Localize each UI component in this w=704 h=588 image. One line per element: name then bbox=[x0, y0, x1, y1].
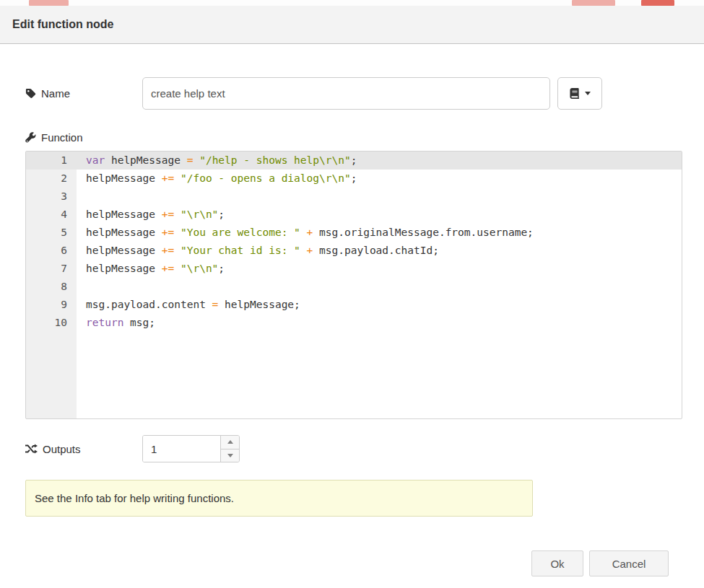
arrow-up-icon bbox=[227, 440, 233, 444]
code-text bbox=[77, 278, 86, 296]
dialog-title: Edit function node bbox=[12, 18, 113, 31]
name-label: Name bbox=[41, 87, 70, 100]
plain-token: msg; bbox=[123, 317, 155, 328]
plain-token bbox=[174, 263, 181, 274]
background-node-fragment bbox=[29, 0, 69, 6]
code-line[interactable]: 7helpMessage += "\r\n"; bbox=[26, 260, 682, 278]
string-token: "Your chat id is: " bbox=[181, 245, 300, 256]
spinner-up-button[interactable] bbox=[221, 436, 239, 449]
line-number: 3 bbox=[26, 188, 77, 206]
keyword-token: var bbox=[86, 154, 105, 166]
plain-token: ; bbox=[351, 172, 357, 184]
code-text: var helpMessage = "/help - shows help\r\… bbox=[77, 152, 357, 170]
edit-function-node-dialog: Edit function node Name Fu bbox=[0, 6, 704, 588]
plain-token: helpMessage; bbox=[218, 299, 300, 310]
line-number: 4 bbox=[26, 206, 77, 224]
outputs-label: Outputs bbox=[43, 443, 81, 455]
plain-token: ; bbox=[218, 263, 225, 274]
line-number: 5 bbox=[26, 224, 77, 242]
spinner-down-button[interactable] bbox=[221, 449, 239, 462]
code-line[interactable]: 8 bbox=[26, 278, 682, 296]
string-token: "\r\n" bbox=[181, 263, 218, 274]
plain-token bbox=[300, 227, 307, 238]
code-line[interactable]: 5helpMessage += "You are welcome: " + ms… bbox=[26, 224, 682, 242]
code-line[interactable]: 3 bbox=[26, 188, 682, 206]
tag-icon bbox=[25, 88, 36, 99]
line-number: 2 bbox=[26, 170, 77, 188]
keyword-token: return bbox=[86, 317, 123, 328]
library-button[interactable] bbox=[557, 77, 602, 110]
wrench-icon bbox=[25, 132, 36, 143]
line-number: 6 bbox=[26, 242, 77, 260]
ok-button[interactable]: Ok bbox=[531, 550, 583, 576]
info-tip-text: See the Info tab for help writing functi… bbox=[35, 492, 234, 504]
background-node-fragment bbox=[572, 0, 615, 6]
operator-token: += bbox=[162, 209, 174, 220]
line-number: 10 bbox=[26, 314, 77, 332]
outputs-input[interactable] bbox=[143, 436, 220, 462]
plain-token bbox=[174, 172, 181, 184]
code-text: helpMessage += "Your chat id is: " + msg… bbox=[77, 242, 439, 260]
string-token: "/help - shows help\r\n" bbox=[199, 154, 351, 166]
string-token: "/foo - opens a dialog\r\n" bbox=[181, 172, 351, 184]
info-tip: See the Info tab for help writing functi… bbox=[25, 480, 533, 517]
operator-token: += bbox=[162, 263, 174, 274]
code-line[interactable]: 9msg.payload.content = helpMessage; bbox=[26, 296, 682, 314]
dialog-body: Name Function 1var helpMessage = "/help … bbox=[0, 44, 704, 576]
outputs-row: Outputs bbox=[25, 435, 682, 462]
plain-token: helpMessage bbox=[86, 245, 162, 256]
shuffle-icon bbox=[25, 444, 38, 454]
outputs-spinner bbox=[142, 435, 240, 462]
plain-token: helpMessage bbox=[86, 227, 162, 238]
outputs-label-group: Outputs bbox=[25, 443, 142, 455]
code-text: helpMessage += "/foo - opens a dialog\r\… bbox=[77, 170, 357, 188]
operator-token: += bbox=[162, 172, 174, 184]
plain-token bbox=[174, 245, 181, 256]
operator-token: + bbox=[307, 227, 313, 238]
background-node-fragment bbox=[641, 0, 674, 6]
plain-token: helpMessage bbox=[86, 172, 162, 184]
code-text: helpMessage += "\r\n"; bbox=[77, 260, 225, 278]
code-line[interactable]: 4helpMessage += "\r\n"; bbox=[26, 206, 682, 224]
code-text bbox=[77, 188, 86, 206]
plain-token bbox=[193, 154, 199, 166]
workspace-background-strip bbox=[0, 0, 704, 6]
code-text: msg.payload.content = helpMessage; bbox=[77, 296, 300, 314]
plain-token: helpMessage bbox=[86, 263, 162, 274]
code-text: helpMessage += "\r\n"; bbox=[77, 206, 225, 224]
name-label-group: Name bbox=[25, 87, 142, 100]
spinner-buttons bbox=[220, 436, 239, 462]
caret-down-icon bbox=[585, 92, 591, 95]
book-icon bbox=[570, 88, 580, 99]
plain-token: ; bbox=[218, 209, 225, 220]
operator-token: + bbox=[307, 245, 313, 256]
line-number: 9 bbox=[26, 296, 77, 314]
code-line[interactable]: 6helpMessage += "Your chat id is: " + ms… bbox=[26, 242, 682, 260]
code-line[interactable]: 1var helpMessage = "/help - shows help\r… bbox=[26, 152, 682, 170]
line-number: 1 bbox=[26, 152, 77, 170]
line-number: 7 bbox=[26, 260, 77, 278]
plain-token bbox=[300, 245, 307, 256]
operator-token: += bbox=[162, 245, 174, 256]
operator-token: += bbox=[162, 227, 174, 238]
line-number: 8 bbox=[26, 278, 77, 296]
plain-token: ; bbox=[351, 154, 357, 166]
plain-token: msg.originalMessage.from.username; bbox=[313, 227, 534, 238]
cancel-button[interactable]: Cancel bbox=[589, 550, 669, 576]
arrow-down-icon bbox=[227, 454, 233, 457]
dialog-header: Edit function node bbox=[0, 6, 704, 44]
function-code-editor[interactable]: 1var helpMessage = "/help - shows help\r… bbox=[25, 151, 682, 419]
code-text: return msg; bbox=[77, 314, 155, 332]
code-line[interactable]: 2helpMessage += "/foo - opens a dialog\r… bbox=[26, 170, 682, 188]
plain-token bbox=[174, 209, 181, 220]
plain-token: helpMessage bbox=[86, 209, 162, 220]
dialog-footer: Ok Cancel bbox=[25, 550, 682, 576]
plain-token: msg.payload.chatId; bbox=[313, 245, 439, 256]
string-token: "\r\n" bbox=[181, 209, 218, 220]
code-line[interactable]: 10return msg; bbox=[26, 314, 682, 332]
name-row: Name bbox=[25, 77, 682, 110]
plain-token: helpMessage bbox=[105, 154, 187, 166]
plain-token bbox=[174, 227, 181, 238]
string-token: "You are welcome: " bbox=[181, 227, 300, 238]
name-input[interactable] bbox=[142, 77, 550, 110]
